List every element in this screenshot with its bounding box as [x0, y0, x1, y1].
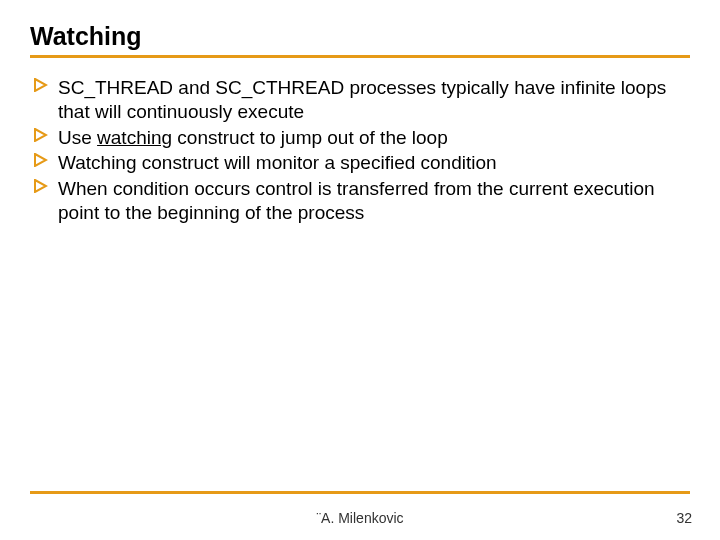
svg-marker-1	[35, 129, 46, 141]
footer-author: A. Milenkovic	[321, 510, 403, 526]
page-number: 32	[676, 510, 692, 526]
svg-marker-0	[35, 79, 46, 91]
bullet-marker-icon	[34, 153, 48, 167]
list-item-text: Watching construct will monitor a specif…	[58, 152, 497, 173]
list-item: When condition occurs control is transfe…	[34, 177, 690, 225]
footer-divider	[30, 491, 690, 494]
bullet-list: SC_THREAD and SC_CTHREAD processes typic…	[30, 76, 690, 225]
svg-marker-2	[35, 154, 46, 166]
svg-marker-3	[35, 180, 46, 192]
bullet-marker-icon	[34, 78, 48, 92]
title-divider	[30, 55, 690, 58]
list-item: Use watching construct to jump out of th…	[34, 126, 690, 150]
list-item-text: When condition occurs control is transfe…	[58, 178, 655, 223]
list-item-text: SC_THREAD and SC_CTHREAD processes typic…	[58, 77, 666, 122]
slide-title: Watching	[30, 22, 690, 51]
bullet-marker-icon	[34, 128, 48, 142]
footer-text: ¨A. Milenkovic	[0, 510, 720, 526]
list-item: Watching construct will monitor a specif…	[34, 151, 690, 175]
list-item: SC_THREAD and SC_CTHREAD processes typic…	[34, 76, 690, 124]
list-item-text: Use watching construct to jump out of th…	[58, 127, 448, 148]
bullet-marker-icon	[34, 179, 48, 193]
slide: Watching SC_THREAD and SC_CTHREAD proces…	[0, 0, 720, 540]
